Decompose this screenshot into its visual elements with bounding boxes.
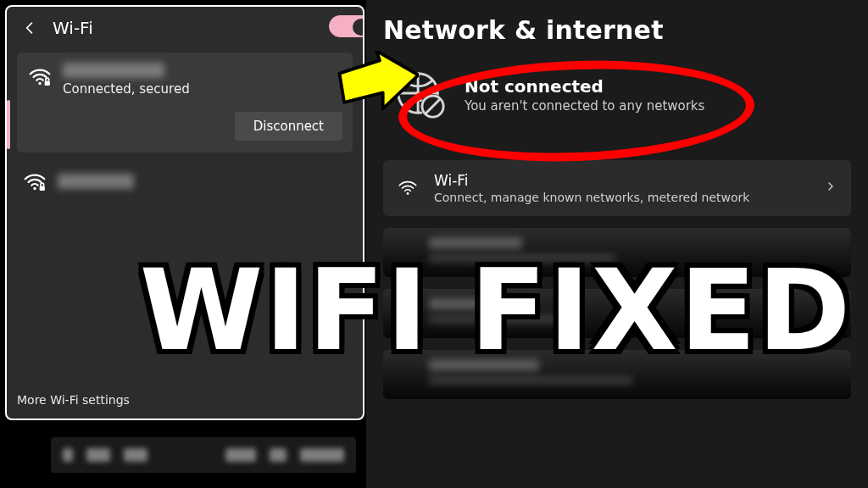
settings-row-redacted xyxy=(383,350,851,399)
selection-accent xyxy=(7,100,10,149)
wifi-secured-icon xyxy=(22,169,47,195)
taskbar-redacted xyxy=(124,448,147,462)
taskbar-redacted xyxy=(300,448,344,462)
taskbar-redacted xyxy=(270,448,287,462)
more-wifi-settings-link[interactable]: More Wi-Fi settings xyxy=(17,393,130,407)
network-settings-panel: Network & internet Not connected You are… xyxy=(366,0,868,488)
taskbar-redacted xyxy=(225,448,256,462)
status-subtitle: You aren't connected to any networks xyxy=(465,98,704,114)
taskbar-redacted xyxy=(63,448,73,462)
svg-point-0 xyxy=(38,82,42,86)
connected-network-card[interactable]: Connected, secured Disconnect xyxy=(17,53,353,152)
svg-point-2 xyxy=(33,187,36,191)
wifi-row-subtitle: Connect, manage known networks, metered … xyxy=(434,191,749,204)
wifi-panel-header: Wi-Fi xyxy=(17,15,353,49)
chevron-right-icon xyxy=(824,180,837,197)
wifi-settings-row[interactable]: Wi-Fi Connect, manage known networks, me… xyxy=(383,160,851,216)
thumbnail-stage: Wi-Fi Connected, secured D xyxy=(0,0,868,488)
connection-status-text: Not connected You aren't connected to an… xyxy=(465,76,704,114)
wifi-row-text: Wi-Fi Connect, manage known networks, me… xyxy=(434,172,749,204)
arrow-left-icon xyxy=(21,19,38,36)
globe-disconnected-icon xyxy=(395,69,448,121)
settings-row-redacted xyxy=(383,289,851,338)
network-text: Connected, secured xyxy=(63,63,342,97)
status-title: Not connected xyxy=(465,76,704,97)
svg-rect-1 xyxy=(45,80,50,86)
svg-point-8 xyxy=(407,192,409,195)
wifi-row-title: Wi-Fi xyxy=(434,172,749,189)
available-network-item[interactable] xyxy=(17,168,353,195)
svg-rect-3 xyxy=(40,186,45,191)
connection-status-block: Not connected You aren't connected to an… xyxy=(383,69,851,121)
toggle-knob xyxy=(353,19,364,36)
wifi-panel-title: Wi-Fi xyxy=(53,18,93,38)
ssid-redacted xyxy=(63,63,164,78)
wifi-secured-icon xyxy=(27,64,53,90)
taskbar-redacted xyxy=(86,448,110,462)
wifi-quick-panel: Wi-Fi Connected, secured D xyxy=(5,5,364,420)
settings-page-title: Network & internet xyxy=(383,15,851,45)
wifi-icon xyxy=(397,177,419,199)
disconnect-button[interactable]: Disconnect xyxy=(235,112,342,141)
back-button[interactable] xyxy=(19,17,41,39)
network-row: Connected, secured xyxy=(27,63,342,97)
taskbar-strip xyxy=(51,437,356,473)
network-status: Connected, secured xyxy=(63,81,342,97)
ssid-redacted xyxy=(58,174,134,189)
settings-row-redacted xyxy=(383,228,851,277)
wifi-toggle[interactable] xyxy=(329,15,364,37)
